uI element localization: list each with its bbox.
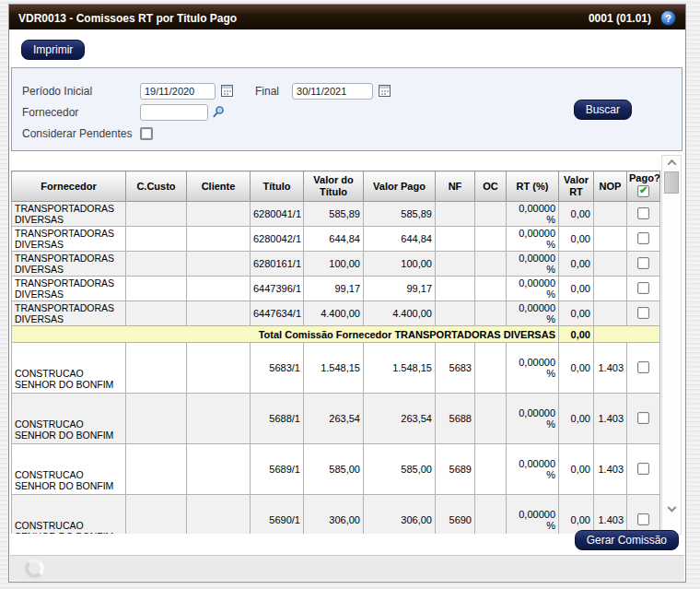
table-cell-fornecedor: TRANSPORTADORAS DIVERSAS — [12, 227, 126, 252]
table-cell-cliente — [187, 444, 251, 495]
col-header-nf: NF — [436, 171, 475, 202]
table-cell-pago — [627, 202, 660, 227]
table-cell-c_custo — [126, 495, 187, 535]
table-cell-nop — [594, 252, 627, 277]
pago-checkbox[interactable] — [637, 361, 649, 373]
table-cell-titulo: 6447634/1 — [251, 301, 304, 326]
table-cell-fornecedor: CONSTRUCAO SENHOR DO BONFIM — [12, 444, 126, 495]
table-cell-valor_pago: 585,00 — [364, 444, 436, 495]
table-row: TRANSPORTADORAS DIVERSAS6447634/14.400,0… — [12, 301, 660, 326]
app-window: VDR0013 - Comissoes RT por Titulo Pago 0… — [8, 4, 686, 583]
table-cell-fornecedor: CONSTRUCAO SENHOR DO BONFIM — [12, 343, 126, 394]
pago-checkbox[interactable] — [637, 282, 649, 294]
pago-checkbox[interactable] — [637, 412, 649, 424]
table-row: TRANSPORTADORAS DIVERSAS6280042/1644,846… — [12, 227, 660, 252]
considerar-pendentes-checkbox[interactable] — [140, 127, 153, 140]
scroll-up-button chevron-up-icon[interactable] — [662, 156, 681, 170]
table-cell-nf: 5683 — [436, 343, 475, 394]
final-label: Final — [255, 85, 279, 98]
magnifier-icon[interactable] — [211, 105, 226, 120]
table-row: CONSTRUCAO SENHOR DO BONFIM5689/1585,005… — [12, 444, 660, 495]
imprimir-button[interactable]: Imprimir — [21, 40, 85, 60]
table-cell-c_custo — [126, 444, 187, 495]
table-cell-fornecedor: TRANSPORTADORAS DIVERSAS — [12, 202, 126, 227]
pago-checkbox[interactable] — [637, 463, 649, 475]
table-cell-nf: 5690 — [436, 495, 475, 535]
table-cell-fornecedor: CONSTRUCAO SENHOR DO BONFIM — [12, 394, 126, 444]
fornecedor-input[interactable] — [140, 104, 208, 121]
vertical-scrollbar[interactable] — [661, 155, 682, 535]
table-cell-cliente — [187, 202, 251, 227]
table-cell-valor_pago: 644,84 — [364, 227, 436, 252]
table-cell-fornecedor: TRANSPORTADORAS DIVERSAS — [12, 301, 126, 326]
table-cell-valor_titulo: 1.548,15 — [304, 343, 364, 394]
commissions-table: Fornecedor C.Custo Cliente Título Valor … — [11, 171, 660, 534]
table-cell-pago — [627, 252, 660, 277]
table-cell-oc — [475, 252, 507, 277]
table-cell-valor_rt: 0,00 — [559, 252, 594, 277]
table-cell-valor_pago: 4.400,00 — [364, 301, 436, 326]
table-cell-c_custo — [126, 301, 187, 326]
table-cell-valor_pago: 100,00 — [364, 252, 436, 277]
table-cell-valor_rt: 0,00 — [559, 277, 594, 301]
buscar-button[interactable]: Buscar — [574, 100, 632, 120]
table-cell-pago — [627, 444, 660, 495]
col-header-valor-rt: Valor RT — [559, 171, 594, 202]
calendar-icon[interactable] — [379, 85, 391, 97]
pago-checkbox[interactable] — [637, 207, 649, 219]
status-strip — [10, 555, 684, 581]
gerar-comissao-button[interactable]: Gerar Comissão — [575, 530, 679, 550]
table-cell-oc — [475, 202, 507, 227]
col-header-cliente: Cliente — [187, 171, 251, 202]
calendar-icon[interactable] — [221, 85, 233, 97]
table-cell-valor_titulo: 263,54 — [304, 394, 364, 444]
pago-header-checkbox green-check-icon[interactable] — [637, 185, 649, 197]
version-label: 0001 (01.01) — [589, 12, 651, 25]
final-input[interactable] — [292, 83, 373, 100]
table-row: CONSTRUCAO SENHOR DO BONFIM5683/11.548,1… — [12, 343, 660, 394]
total-valor-rt: 0,00 — [559, 326, 594, 343]
help-icon[interactable]: ? — [660, 10, 676, 26]
table-cell-rt: 0,00000 % — [507, 277, 559, 301]
table-cell-c_custo — [126, 343, 187, 394]
table-cell-rt: 0,00000 % — [507, 252, 559, 277]
table-cell-nf: 5689 — [436, 444, 475, 495]
col-header-oc: OC — [475, 171, 507, 202]
page-title: VDR0013 - Comissoes RT por Titulo Pago — [18, 12, 589, 25]
table-cell-c_custo — [126, 227, 187, 252]
scrollbar-track[interactable] — [662, 194, 681, 503]
table-region: Fornecedor C.Custo Cliente Título Valor … — [11, 155, 684, 535]
table-cell-rt: 0,00000 % — [507, 394, 559, 444]
scroll-down-button chevron-down-icon[interactable] — [662, 503, 681, 517]
table-cell-valor_titulo: 644,84 — [304, 227, 364, 252]
pago-checkbox[interactable] — [637, 232, 649, 244]
pago-checkbox[interactable] — [637, 307, 649, 319]
total-row: Total Comissão Fornecedor TRANSPORTADORA… — [12, 326, 660, 343]
table-cell-oc — [475, 343, 507, 394]
table-cell-pago — [627, 394, 660, 444]
table-cell-pago — [627, 277, 660, 301]
table-cell-nf — [436, 227, 475, 252]
table-cell-titulo: 5690/1 — [251, 495, 304, 535]
pago-checkbox[interactable] — [637, 257, 649, 269]
table-cell-nf — [436, 252, 475, 277]
col-header-ccusto: C.Custo — [126, 171, 187, 202]
table-cell-valor_pago: 306,00 — [364, 495, 436, 535]
table-cell-valor_rt: 0,00 — [559, 394, 594, 444]
table-cell-rt: 0,00000 % — [507, 301, 559, 326]
table-scroll-viewport: Fornecedor C.Custo Cliente Título Valor … — [11, 171, 661, 534]
table-cell-valor_pago: 99,17 — [364, 277, 436, 301]
col-header-valor-titulo: Valor do Título — [304, 171, 364, 202]
col-header-pago: Pago? — [627, 171, 660, 202]
col-header-fornecedor: Fornecedor — [12, 171, 126, 202]
periodo-inicial-input[interactable] — [140, 83, 216, 100]
pago-checkbox[interactable] — [637, 513, 649, 525]
table-cell-rt: 0,00000 % — [507, 444, 559, 495]
table-cell-nf — [436, 301, 475, 326]
table-cell-pago — [627, 227, 660, 252]
table-cell-nop: 1.403 — [594, 444, 627, 495]
table-cell-fornecedor: TRANSPORTADORAS DIVERSAS — [12, 252, 126, 277]
scrollbar-thumb[interactable] — [664, 171, 679, 194]
table-cell-nop: 1.403 — [594, 343, 627, 394]
table-cell-nop — [594, 301, 627, 326]
